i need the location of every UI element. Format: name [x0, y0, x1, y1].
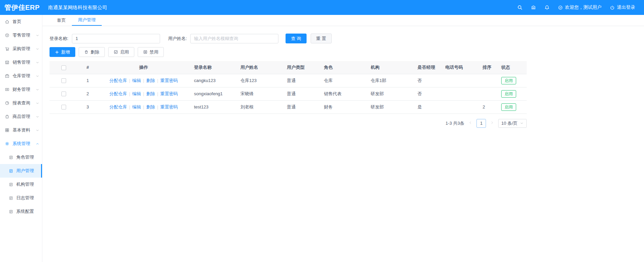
- row-checkbox[interactable]: [61, 105, 66, 109]
- cell-login-name: test123: [190, 100, 236, 114]
- sidebar-item-product[interactable]: 商品管理: [0, 110, 42, 123]
- home-icon: [5, 19, 9, 24]
- cell-user-name: 宋晓锋: [236, 87, 283, 100]
- action-link-reset-password[interactable]: 重置密码: [160, 91, 178, 96]
- sales-icon: [5, 60, 9, 65]
- cell-phone: [441, 87, 479, 100]
- sidebar-subitem-label: 用户管理: [16, 168, 34, 174]
- tab-user-management[interactable]: 用户管理: [72, 15, 102, 26]
- column-header: 机构: [367, 61, 413, 74]
- action-link-delete[interactable]: 删除: [146, 78, 155, 83]
- sidebar-item-report[interactable]: 报表查询: [0, 96, 42, 110]
- action-link-assign-warehouse[interactable]: 分配仓库: [109, 104, 127, 109]
- reset-button[interactable]: 重 置: [311, 34, 332, 43]
- header-actions: 欢迎您，测试用户 退出登录: [517, 4, 644, 11]
- sidebar-item-basic[interactable]: 基本资料: [0, 123, 42, 137]
- sidebar-item-system[interactable]: 系统管理: [0, 137, 42, 150]
- sidebar-subitem-org[interactable]: 机构管理: [0, 178, 42, 191]
- action-link-edit[interactable]: 编辑: [132, 91, 141, 96]
- cell-user-type: 普通: [283, 100, 320, 114]
- action-link-edit[interactable]: 编辑: [132, 104, 141, 109]
- sidebar-item-warehouse[interactable]: 仓库管理: [0, 69, 42, 83]
- column-header: 状态: [497, 61, 527, 74]
- add-button[interactable]: 新增: [50, 47, 75, 57]
- chevron-down-icon: [36, 128, 39, 132]
- logout-button[interactable]: 退出登录: [610, 4, 635, 11]
- table-header-row: #操作登录名称用户姓名用户类型角色机构是否经理电话号码排序状态: [50, 61, 527, 74]
- chevron-left-icon: [468, 121, 472, 126]
- sidebar-item-home[interactable]: 首页: [0, 15, 42, 28]
- warehouse-icon: [5, 74, 9, 78]
- sidebar-item-sales[interactable]: 销售管理: [0, 56, 42, 69]
- column-header: 角色: [320, 61, 367, 74]
- sidebar-subitem-config[interactable]: 系统配置: [0, 205, 42, 218]
- action-link-reset-password[interactable]: 重置密码: [160, 104, 178, 109]
- chevron-down-icon: [36, 115, 39, 119]
- prev-page-button[interactable]: [468, 121, 472, 126]
- action-link-delete[interactable]: 删除: [146, 104, 155, 109]
- sidebar-subitem-role[interactable]: 角色管理: [0, 150, 42, 164]
- row-actions: 分配仓库|编辑|删除|重置密码: [97, 100, 190, 114]
- disable-label: 禁用: [150, 49, 158, 55]
- login-name-input[interactable]: [72, 34, 160, 43]
- status-badge: 启用: [501, 77, 516, 84]
- sidebar-subitem-user[interactable]: 用户管理: [0, 164, 42, 178]
- table-row: 2分配仓库|编辑|删除|重置密码songxiaofeng1宋晓锋普通销售代表研发…: [50, 87, 527, 100]
- row-checkbox[interactable]: [61, 78, 66, 83]
- action-link-edit[interactable]: 编辑: [132, 78, 141, 83]
- pagination: 1-3 共3条 1 10 条/页: [50, 119, 527, 128]
- column-header: 用户类型: [283, 61, 320, 74]
- action-separator: |: [157, 104, 158, 109]
- chevron-down-icon: [36, 101, 39, 105]
- chevron-down-icon: [36, 74, 39, 78]
- chevron-down-icon: [36, 88, 39, 92]
- user-name-input[interactable]: [190, 34, 278, 43]
- enable-label: 启用: [120, 49, 129, 55]
- page-size-select[interactable]: 10 条/页: [498, 119, 527, 128]
- sidebar-item-label: 零售管理: [13, 32, 30, 38]
- cell-user-name: 刘老根: [236, 100, 283, 114]
- disable-button[interactable]: 禁用: [138, 47, 164, 57]
- search-icon[interactable]: [517, 5, 523, 10]
- login-name-label: 登录名称:: [50, 36, 69, 42]
- search-form: 登录名称: 用户姓名: 查 询 重 置: [50, 34, 528, 43]
- select-all-checkbox[interactable]: [61, 65, 66, 70]
- app-logo[interactable]: 管伊佳ERP: [0, 3, 42, 12]
- cell-login-name: songxiaofeng1: [190, 87, 236, 100]
- company-name: 南通某某网络科技有限公司: [48, 4, 107, 11]
- sidebar-item-purchase[interactable]: 采购管理: [0, 42, 42, 56]
- bell-icon[interactable]: [544, 5, 550, 10]
- content: 登录名称: 用户姓名: 查 询 重 置 新增 删除 启用: [42, 26, 528, 128]
- query-button[interactable]: 查 询: [286, 34, 307, 43]
- cell-user-type: 普通: [283, 74, 320, 87]
- sidebar-item-retail[interactable]: 零售管理: [0, 28, 42, 42]
- status-badge: 启用: [501, 103, 516, 111]
- doc-icon: [9, 196, 13, 200]
- row-index: 3: [78, 100, 97, 114]
- next-page-button[interactable]: [490, 121, 494, 126]
- delete-button[interactable]: 删除: [79, 47, 105, 57]
- sidebar-item-label: 报表查询: [13, 100, 30, 106]
- sidebar-subitem-log[interactable]: 日志管理: [0, 191, 42, 205]
- action-link-assign-warehouse[interactable]: 分配仓库: [109, 78, 127, 83]
- sidebar-item-finance[interactable]: 财务管理: [0, 83, 42, 96]
- row-actions: 分配仓库|编辑|删除|重置密码: [97, 74, 190, 87]
- welcome-user[interactable]: 欢迎您，测试用户: [558, 4, 602, 11]
- chevron-down-icon: [36, 34, 39, 37]
- user-name-label: 用户姓名:: [168, 36, 187, 42]
- main-area: 首页用户管理 登录名称: 用户姓名: 查 询 重 置 新增 删除: [42, 15, 644, 262]
- row-checkbox[interactable]: [61, 92, 66, 96]
- finance-icon: [5, 87, 9, 92]
- enable-button[interactable]: 启用: [108, 47, 134, 57]
- action-link-delete[interactable]: 删除: [146, 91, 155, 96]
- action-link-reset-password[interactable]: 重置密码: [160, 78, 178, 83]
- tab-home[interactable]: 首页: [51, 15, 72, 26]
- sidebar-item-label: 首页: [13, 19, 21, 25]
- action-link-assign-warehouse[interactable]: 分配仓库: [109, 91, 127, 96]
- bank-icon[interactable]: [531, 5, 536, 10]
- status-badge: 启用: [501, 90, 516, 98]
- chevron-down-icon: [36, 61, 39, 64]
- welcome-text: 欢迎您，测试用户: [565, 4, 602, 11]
- page-number[interactable]: 1: [476, 119, 486, 128]
- cell-phone: [441, 100, 479, 114]
